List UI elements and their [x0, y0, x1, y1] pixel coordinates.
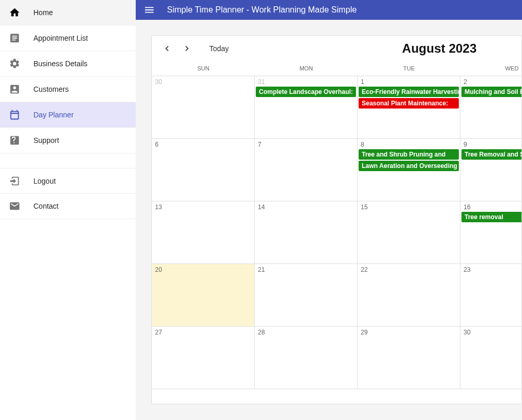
logout-icon [8, 175, 21, 187]
appbar: Simple Time Planner - Work Planning Made… [136, 0, 522, 20]
calendar-day-number: 28 [255, 329, 357, 336]
calendar-event[interactable]: Eco-Friendly Rainwater Harvesting [359, 87, 459, 97]
calendar-day-cell[interactable]: 7 [255, 139, 358, 201]
gear-icon [8, 57, 21, 70]
calendar-day-cell[interactable]: 8Tree and Shrub Pruning andLawn Aeration… [358, 139, 460, 201]
sidebar-item-day-planner[interactable]: Day Planner [0, 102, 136, 128]
sidebar-item-label: Day Planner [33, 111, 74, 119]
calendar-day-cell[interactable]: 1Eco-Friendly Rainwater HarvestingSeason… [358, 76, 460, 138]
calendar-day-cell[interactable]: 14 [255, 201, 358, 263]
sidebar-item-appointment-list[interactable]: Appointment List [0, 26, 136, 51]
calendar-day-cell[interactable]: 30 [460, 327, 522, 389]
calendar-day-cell[interactable]: 15 [358, 201, 460, 263]
calendar-day-cell[interactable]: 23 [460, 264, 522, 326]
calendar-icon [8, 109, 21, 121]
mail-icon [8, 200, 21, 212]
sidebar-item-label: Logout [33, 177, 56, 185]
calendar-toolbar: Today August 2023 [152, 36, 521, 61]
sidebar-item-logout[interactable]: Logout [0, 168, 136, 194]
list-icon [8, 32, 21, 44]
home-icon [8, 6, 21, 19]
calendar-day-number: 2 [460, 78, 522, 86]
appbar-title: Simple Time Planner - Work Planning Made… [167, 5, 357, 15]
calendar-day-number: 13 [152, 203, 254, 211]
hamburger-menu-button[interactable] [142, 3, 157, 17]
person-icon [8, 83, 21, 95]
hamburger-icon [144, 4, 155, 16]
content-area: Today August 2023 SUNMONTUEWED 3031Compl… [136, 20, 522, 420]
calendar-day-number: 14 [255, 203, 357, 211]
sidebar: Home Appointment List Business Details C… [0, 0, 136, 420]
calendar-event[interactable]: Seasonal Plant Maintenance: [359, 98, 459, 109]
calendar-day-number: 8 [358, 141, 460, 148]
calendar-week-row: 27282930 [152, 327, 521, 389]
calendar-event[interactable]: Complete Landscape Overhaul: [256, 87, 356, 97]
calendar-day-cell[interactable]: 28 [255, 327, 358, 389]
sidebar-item-label: Appointment List [33, 34, 88, 42]
sidebar-item-label: Home [33, 8, 53, 17]
calendar-day-header: SUN [152, 61, 255, 76]
calendar-week-row: 13141516Tree removal [152, 201, 521, 264]
calendar-day-cell[interactable]: 22 [358, 264, 460, 326]
calendar-day-number: 30 [152, 78, 254, 86]
sidebar-spacer [0, 153, 136, 168]
calendar-day-cell[interactable]: 2Mulching and Soil Enrichment [460, 76, 522, 138]
calendar-day-header: MON [255, 61, 358, 76]
calendar-event[interactable]: Tree Removal and Stump [461, 149, 522, 160]
calendar-event[interactable]: Mulching and Soil Enrichment [461, 87, 522, 97]
calendar-weeks: 3031Complete Landscape Overhaul:1Eco-Fri… [152, 76, 521, 389]
calendar-day-cell[interactable]: 6 [152, 139, 255, 201]
calendar-day-number: 30 [460, 329, 522, 336]
sidebar-item-support[interactable]: Support [0, 128, 136, 153]
calendar-event[interactable]: Tree and Shrub Pruning and [359, 149, 459, 160]
next-month-button[interactable] [179, 41, 195, 56]
calendar-day-cell[interactable]: 13 [152, 201, 255, 263]
calendar-day-number: 22 [358, 266, 460, 273]
calendar-day-number: 9 [460, 141, 522, 148]
calendar-day-number: 31 [255, 78, 357, 86]
calendar-day-number: 20 [152, 266, 254, 273]
sidebar-item-label: Contact [33, 202, 58, 210]
calendar-day-number: 7 [255, 141, 357, 148]
calendar-day-number: 29 [358, 329, 460, 336]
calendar-day-cell[interactable]: 30 [152, 76, 255, 138]
today-button[interactable]: Today [209, 44, 229, 53]
calendar-week-row: 678Tree and Shrub Pruning andLawn Aerati… [152, 139, 521, 201]
calendar-event[interactable]: Lawn Aeration and Overseeding [359, 161, 459, 171]
calendar-day-number: 21 [255, 266, 357, 273]
sidebar-item-label: Business Details [33, 59, 88, 68]
calendar-day-headers: SUNMONTUEWED [152, 61, 521, 76]
calendar-day-cell[interactable]: 16Tree removal [460, 201, 522, 263]
calendar-day-number: 23 [460, 266, 522, 273]
calendar-day-header: WED [460, 61, 522, 76]
help-icon [8, 134, 21, 147]
calendar-week-row: 20212223 [152, 264, 521, 327]
sidebar-item-business-details[interactable]: Business Details [0, 51, 136, 77]
calendar: Today August 2023 SUNMONTUEWED 3031Compl… [151, 35, 522, 404]
calendar-day-number: 15 [358, 203, 460, 211]
calendar-event[interactable]: Tree removal [461, 212, 522, 222]
sidebar-item-label: Customers [33, 85, 69, 93]
calendar-day-number: 6 [152, 141, 254, 148]
sidebar-item-contact[interactable]: Contact [0, 194, 136, 219]
sidebar-item-home[interactable]: Home [0, 0, 136, 26]
calendar-day-number: 27 [152, 329, 254, 336]
chevron-right-icon [182, 43, 192, 54]
calendar-day-number: 16 [460, 203, 522, 211]
sidebar-item-label: Support [33, 136, 59, 145]
calendar-day-header: TUE [358, 61, 460, 76]
calendar-day-cell[interactable]: 27 [152, 327, 255, 389]
calendar-day-cell[interactable]: 21 [255, 264, 358, 326]
calendar-day-number: 1 [358, 78, 460, 86]
calendar-week-row: 3031Complete Landscape Overhaul:1Eco-Fri… [152, 76, 521, 139]
chevron-left-icon [162, 43, 172, 54]
calendar-title: August 2023 [364, 41, 514, 56]
calendar-day-cell[interactable]: 29 [358, 327, 460, 389]
prev-month-button[interactable] [159, 41, 175, 56]
calendar-day-cell[interactable]: 31Complete Landscape Overhaul: [255, 76, 358, 138]
calendar-day-cell[interactable]: 20 [152, 264, 255, 326]
calendar-day-cell[interactable]: 9Tree Removal and Stump [460, 139, 522, 201]
sidebar-item-customers[interactable]: Customers [0, 77, 136, 102]
